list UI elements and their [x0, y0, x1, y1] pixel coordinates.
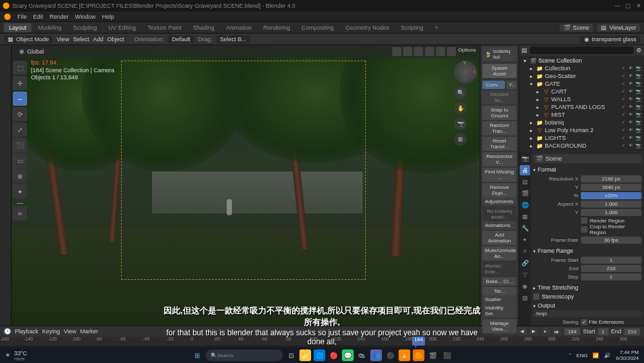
- menu-edit[interactable]: Edit: [33, 14, 44, 20]
- prop-tab-output[interactable]: 🖨: [520, 165, 530, 175]
- outliner-item-gate[interactable]: ▾📁GATE✓👁📷: [520, 80, 643, 88]
- remove-dup-button[interactable]: Remove Dupl...: [482, 183, 516, 197]
- current-frame[interactable]: 184: [564, 328, 580, 335]
- visibility-header[interactable]: Visibility Set.: [482, 304, 516, 318]
- frame-step-field[interactable]: 1: [581, 273, 641, 280]
- aspect-x-field[interactable]: 1.000: [581, 201, 641, 208]
- menu-add[interactable]: Add: [93, 36, 103, 43]
- tab-rendering[interactable]: Rendering: [258, 23, 296, 32]
- prop-tab-constraint[interactable]: 🔗: [520, 258, 530, 268]
- outliner-item-cart[interactable]: ▸▽CART✓👁📷: [520, 88, 643, 95]
- prop-tab-object[interactable]: ▦: [520, 211, 530, 222]
- prop-tab-render[interactable]: 📷: [520, 153, 530, 164]
- desert-button[interactable]: Dessert So...: [482, 90, 516, 104]
- menu-render[interactable]: Render: [50, 14, 69, 20]
- tool-measure[interactable]: ⊕: [13, 169, 27, 183]
- find-missing-button[interactable]: Find Missing ...: [482, 168, 516, 182]
- menu-object[interactable]: Object: [107, 36, 124, 43]
- frame-rate-field[interactable]: 30 fps: [581, 237, 641, 244]
- snap-button[interactable]: Snap to Ground: [482, 106, 516, 120]
- tool-annotate[interactable]: ▭: [13, 153, 27, 168]
- menu-window[interactable]: Window: [75, 14, 96, 20]
- scatter-header[interactable]: Scatter: [482, 295, 516, 304]
- app-blender[interactable]: 🟠: [413, 349, 424, 361]
- camera-gizmo[interactable]: 📷: [454, 117, 467, 130]
- bake-button[interactable]: Bake... C/...: [482, 277, 516, 286]
- outliner-item-background[interactable]: ▸📁BACKGROUND✓👁📷: [520, 142, 643, 150]
- format-section[interactable]: Format: [533, 165, 641, 174]
- tool-transform[interactable]: ⬛: [13, 138, 27, 152]
- app-vlc[interactable]: ▲: [399, 349, 410, 361]
- outliner-item-lights[interactable]: ▸📁LIGHTS✓👁📷: [520, 134, 643, 142]
- app-chrome[interactable]: 🔴: [328, 349, 339, 361]
- marker-menu[interactable]: Marker: [80, 328, 98, 335]
- keyframe-next[interactable]: ▸: [541, 328, 550, 335]
- outliner-item-collection[interactable]: ▸📁Collection✓👁📷: [520, 64, 643, 72]
- manage-button[interactable]: Manage View...: [482, 319, 516, 333]
- start-button[interactable]: ⊞: [191, 349, 203, 361]
- prop-tab-viewlayer[interactable]: ▤: [520, 177, 530, 187]
- end-frame[interactable]: 210: [624, 328, 640, 335]
- outliner-item-mist[interactable]: ▸▽MIST✓👁📷: [520, 111, 643, 119]
- file-ext-check[interactable]: [581, 319, 587, 326]
- start-frame[interactable]: 1: [598, 328, 608, 335]
- animations-header[interactable]: Animations: [482, 221, 516, 230]
- wireframe-shading[interactable]: [414, 47, 423, 56]
- tool-addcube[interactable]: ✦: [13, 184, 27, 199]
- material-shading[interactable]: [436, 47, 445, 56]
- tray-volume-icon[interactable]: 🔊: [604, 353, 611, 358]
- tray-wifi-icon[interactable]: 📶: [592, 353, 599, 358]
- play-button[interactable]: ▶: [529, 328, 538, 335]
- tab-animation[interactable]: Animation: [221, 23, 257, 32]
- mode-dropdown[interactable]: ▦Object Mode: [4, 35, 53, 43]
- taskbar-search[interactable]: 🔍 Search: [205, 349, 283, 361]
- timeline-ruler[interactable]: 184 -160-140-120-100-80-60-40-2002040608…: [0, 337, 644, 346]
- tar-button[interactable]: Tar...: [482, 287, 516, 295]
- outliner-mode-icon[interactable]: ▤: [522, 47, 527, 54]
- app-store[interactable]: 🛍: [356, 349, 368, 361]
- botaniq-header[interactable]: 🍃 botaniq full: [482, 47, 516, 61]
- outliner-item-botaniq[interactable]: ▸📁botaniq✓👁📷: [520, 119, 643, 126]
- outliner-item-walls[interactable]: ▸▽WALLS✓👁📷: [520, 95, 643, 103]
- view-menu[interactable]: View: [64, 328, 76, 335]
- frame-end-field[interactable]: 210: [581, 265, 641, 272]
- prop-tab-world[interactable]: 🌐: [520, 200, 530, 210]
- app-whatsapp[interactable]: 💬: [342, 349, 354, 361]
- filter-icon[interactable]: ⚙: [636, 47, 641, 54]
- app-davinci[interactable]: 🎬: [427, 349, 439, 361]
- menu-select[interactable]: Select: [73, 36, 89, 43]
- tab-layout[interactable]: Layout: [4, 23, 32, 32]
- tray-language[interactable]: ENG: [576, 353, 587, 358]
- outliner-root[interactable]: ▾🎬Scene Collection: [520, 57, 643, 64]
- nav-gizmo[interactable]: Y X Z: [454, 61, 477, 84]
- weather-widget[interactable]: ☀ 33°C Haze: [5, 350, 27, 361]
- perspective-gizmo[interactable]: ⊞: [454, 133, 467, 146]
- y-button[interactable]: Y...: [506, 81, 516, 89]
- playhead[interactable]: 184: [412, 337, 425, 346]
- output-section[interactable]: Output: [533, 301, 641, 310]
- orientation-dropdown[interactable]: Default: [168, 35, 194, 43]
- random-trans-button[interactable]: Random Tran...: [482, 121, 516, 135]
- solid-shading[interactable]: [425, 47, 434, 56]
- crop-check[interactable]: [581, 226, 587, 233]
- rendered-shading[interactable]: [447, 47, 456, 56]
- frame-range-section[interactable]: Frame Range: [533, 246, 641, 255]
- prop-tab-data[interactable]: ▽: [520, 270, 530, 280]
- tool-scale[interactable]: ⤢: [13, 123, 27, 137]
- time-stretch-section[interactable]: Time Stretching: [533, 283, 641, 292]
- tool-cursor[interactable]: ✛: [13, 76, 27, 90]
- prop-tab-physics[interactable]: ⚛: [520, 246, 530, 257]
- spawn-asset-button[interactable]: Spawn Asset: [482, 64, 516, 78]
- menu-help[interactable]: Help: [102, 14, 115, 20]
- playback-menu[interactable]: Playback: [15, 328, 39, 335]
- task-view[interactable]: ⊡: [285, 349, 297, 361]
- menu-view[interactable]: View: [57, 36, 69, 43]
- randomize-button[interactable]: Randomize V...: [482, 152, 516, 166]
- jump-end[interactable]: ⏭: [553, 328, 562, 335]
- xray-toggle[interactable]: [403, 47, 412, 56]
- app-other[interactable]: ⬛: [441, 349, 453, 361]
- maximize-button[interactable]: ▢: [625, 3, 631, 9]
- tab-scripting[interactable]: Scripting: [395, 23, 428, 32]
- res-x-field[interactable]: 2160 px: [581, 175, 641, 182]
- tab-texture-paint[interactable]: Texture Paint: [142, 23, 187, 32]
